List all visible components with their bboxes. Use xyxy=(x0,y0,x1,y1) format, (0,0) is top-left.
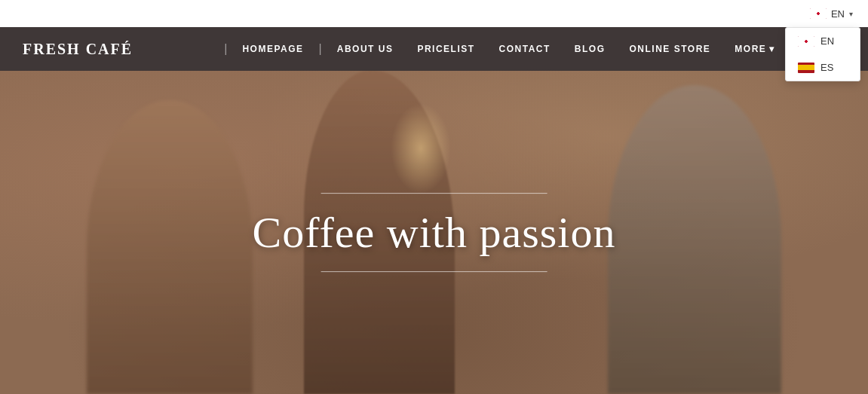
nav-links: | HOMEPAGE | ABOUT US PRICELIST CONTACT … xyxy=(163,27,845,71)
hero-line-bottom xyxy=(321,271,547,272)
es-flag-icon xyxy=(798,63,814,73)
nav-separator-1: | xyxy=(224,42,227,56)
hero-line-top xyxy=(321,193,547,194)
navbar: FRESH CAFÉ | HOMEPAGE | ABOUT US PRICELI… xyxy=(0,27,868,71)
en-label: EN xyxy=(820,35,834,47)
lang-option-en[interactable]: EN xyxy=(786,28,860,54)
nav-item-about-us[interactable]: ABOUT US xyxy=(325,27,406,71)
hero-content: Coffee with passion xyxy=(87,193,781,273)
lang-option-es[interactable]: ES xyxy=(786,54,860,81)
top-bar: EN ▾ EN ES xyxy=(0,0,868,27)
current-lang-label: EN xyxy=(831,8,845,20)
uk-flag-icon xyxy=(810,8,827,19)
nav-item-homepage[interactable]: HOMEPAGE xyxy=(230,27,315,71)
more-chevron-icon: ▾ xyxy=(769,44,775,54)
ambient-light xyxy=(391,103,451,194)
nav-separator-2: | xyxy=(319,42,322,56)
nav-item-contact[interactable]: CONTACT xyxy=(487,27,563,71)
hero-section: Coffee with passion xyxy=(0,71,868,394)
lang-chevron-icon: ▾ xyxy=(849,10,853,18)
nav-item-more[interactable]: MORE ▾ xyxy=(722,27,787,71)
nav-item-blog[interactable]: BLOG xyxy=(563,27,618,71)
language-dropdown: EN ES xyxy=(785,27,860,81)
hero-title: Coffee with passion xyxy=(87,209,781,257)
nav-item-pricelist[interactable]: PRICELIST xyxy=(405,27,486,71)
nav-item-online-store[interactable]: ONLINE STORE xyxy=(618,27,723,71)
language-selector[interactable]: EN ▾ xyxy=(810,8,853,20)
brand-logo[interactable]: FRESH CAFÉ xyxy=(23,41,133,58)
en-flag-icon xyxy=(798,36,814,47)
es-label: ES xyxy=(820,62,833,73)
